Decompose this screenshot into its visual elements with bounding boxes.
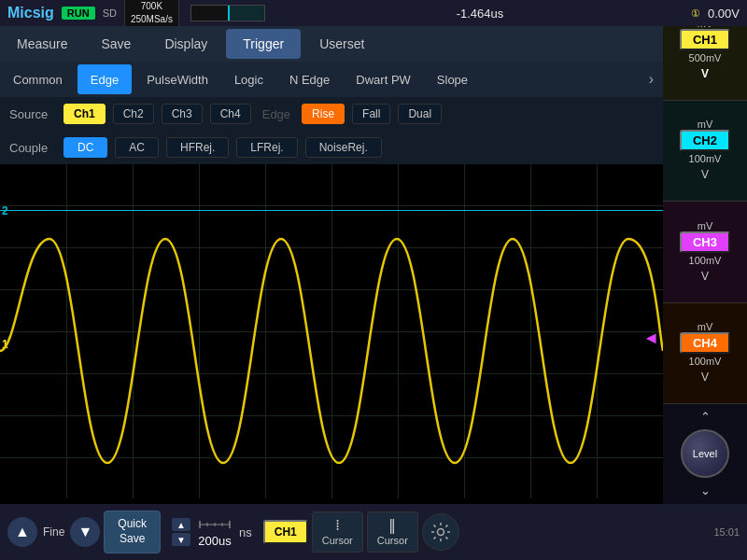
cursor1-label: Cursor	[322, 535, 353, 546]
right-panel: mV CH1 500mV V mV CH2 100mV V mV CH3 100…	[663, 0, 747, 504]
trigger-pulsewidth[interactable]: PulseWidth	[134, 62, 221, 97]
cursor1-btn[interactable]: ⁞ Cursor	[312, 511, 363, 553]
cursor1-icon: ⁞	[335, 518, 340, 533]
trigger-nedge[interactable]: N Edge	[276, 62, 343, 97]
level-knob[interactable]: Level	[681, 429, 729, 478]
ch4-button[interactable]: CH4	[680, 332, 730, 354]
freq-value: 700K	[131, 0, 173, 13]
waveform-svg	[0, 164, 663, 498]
ch1-unit[interactable]: V	[694, 65, 716, 82]
ch4-control: mV CH4 100mV V	[663, 303, 747, 404]
time-display: 15:01	[713, 526, 740, 538]
ch4-unit[interactable]: V	[694, 369, 716, 385]
edge-fall[interactable]: Fall	[352, 104, 390, 124]
cursor2-label: Cursor	[377, 535, 408, 546]
source-ch1[interactable]: Ch1	[63, 104, 106, 124]
menu-save[interactable]: Save	[84, 26, 148, 62]
down-arrow-btn[interactable]: ▼	[70, 517, 100, 547]
level-up-arrow[interactable]: ⌃	[700, 410, 711, 424]
ch3-volt: 100mV	[689, 255, 722, 266]
cursor2-btn[interactable]: ‖ Cursor	[367, 511, 418, 553]
sd-label: SD	[103, 7, 117, 19]
main-menu: Measure Save Display Trigger Userset	[0, 26, 663, 62]
cursor2-icon: ‖	[388, 518, 396, 533]
ch2-mv-label[interactable]: mV	[698, 119, 713, 130]
up-arrow-btn[interactable]: ▲	[7, 517, 37, 547]
couple-noiserej[interactable]: NoiseRej.	[305, 137, 382, 158]
settings-btn[interactable]	[422, 513, 459, 551]
bottom-toolbar: ▲ Fine ▼ Quick Save ▲ ▼ 200us ns CH1 ⁞ C…	[0, 504, 747, 560]
trigger-pos-fill	[228, 6, 264, 21]
time-offset-display: -1.464us	[276, 7, 684, 21]
couple-lfrej[interactable]: LFRej.	[236, 137, 297, 158]
fine-label: Fine	[43, 525, 64, 539]
ch2-volt: 100mV	[689, 153, 722, 164]
ch1-volt: 500mV	[689, 52, 722, 63]
ch2-control: mV CH2 100mV V	[663, 101, 747, 202]
ns-label: ns	[239, 525, 252, 539]
source-ch4[interactable]: Ch4	[210, 104, 251, 124]
ch3-trigger-arrow: ◄	[642, 329, 659, 348]
scope-display: 2 1 ◄	[0, 164, 663, 498]
time-arrows: ▲ ▼	[172, 518, 190, 546]
edge-dual[interactable]: Dual	[398, 104, 442, 124]
sample-rate: 250MSa/s	[131, 13, 173, 26]
ch1-button[interactable]: CH1	[680, 29, 730, 50]
voltage-display: 0.00V	[708, 7, 740, 21]
source-label: Source	[9, 107, 56, 121]
ch3-control: mV CH3 100mV V	[663, 202, 747, 302]
settings-icon	[430, 522, 451, 542]
trigger-common[interactable]: Common	[0, 62, 76, 97]
trigger-edge[interactable]: Edge	[78, 64, 132, 94]
trigger-dwartpw[interactable]: Dwart PW	[343, 62, 424, 97]
freq-box: 700K 250MSa/s	[124, 0, 179, 28]
trigger-more-btn[interactable]: ›	[640, 71, 663, 88]
source-ch3[interactable]: Ch3	[162, 104, 203, 124]
menu-trigger[interactable]: Trigger	[226, 29, 301, 59]
menu-userset[interactable]: Userset	[303, 26, 381, 62]
time-down-btn[interactable]: ▼	[172, 533, 190, 546]
svg-point-6	[437, 529, 444, 536]
edge-divider: Edge	[262, 107, 290, 121]
ch2-unit[interactable]: V	[694, 166, 716, 183]
ch3-button[interactable]: CH3	[680, 231, 730, 253]
ch4-volt: 100mV	[689, 356, 722, 367]
trigger-logic[interactable]: Logic	[221, 62, 276, 97]
level-knob-label: Level	[693, 448, 717, 459]
couple-hfrej[interactable]: HFRej.	[166, 137, 229, 158]
ch3-unit[interactable]: V	[694, 268, 716, 285]
time-scale-icon	[198, 517, 232, 532]
source-ch2[interactable]: Ch2	[113, 104, 154, 124]
quick-save-line1: Quick	[118, 517, 147, 530]
level-down-arrow[interactable]: ⌄	[700, 483, 711, 497]
couple-ac[interactable]: AC	[115, 137, 159, 158]
source-row: Source Ch1 Ch2 Ch3 Ch4 Edge Rise Fall Du…	[0, 97, 663, 131]
trigger-slope[interactable]: Slope	[424, 62, 481, 97]
level-control: ⌃ Level ⌄	[663, 404, 747, 504]
trigger-submenu: Common Edge PulseWidth Logic N Edge Dwar…	[0, 62, 663, 97]
quick-save-line2: Save	[120, 532, 145, 545]
time-value: 200us	[194, 534, 235, 548]
ch2-button[interactable]: CH2	[680, 130, 730, 151]
status-bar: Micsig RUN SD 700K 250MSa/s -1.464us ① 0…	[0, 0, 747, 26]
ch3-mv-label[interactable]: mV	[698, 220, 713, 231]
run-badge: RUN	[62, 7, 95, 20]
menu-display[interactable]: Display	[148, 26, 224, 62]
trigger-indicator: ①	[691, 7, 700, 20]
trigger-position-bar	[190, 5, 265, 21]
ch1-waveform	[0, 239, 663, 463]
edge-rise[interactable]: Rise	[302, 104, 345, 124]
menu-measure[interactable]: Measure	[0, 26, 84, 62]
time-scale-display: 200us	[194, 517, 235, 548]
couple-dc[interactable]: DC	[63, 137, 107, 158]
trigger-level-line	[0, 210, 663, 211]
ch4-mv-label[interactable]: mV	[698, 321, 713, 332]
brand-logo: Micsig	[7, 5, 54, 21]
time-section: ▲ ▼ 200us ns	[172, 517, 252, 548]
couple-row: Couple DC AC HFRej. LFRej. NoiseRej.	[0, 131, 663, 164]
couple-label: Couple	[9, 141, 56, 155]
quick-save-button[interactable]: Quick Save	[104, 511, 161, 553]
time-up-btn[interactable]: ▲	[172, 518, 190, 531]
ch1-badge-btn[interactable]: CH1	[263, 520, 308, 544]
